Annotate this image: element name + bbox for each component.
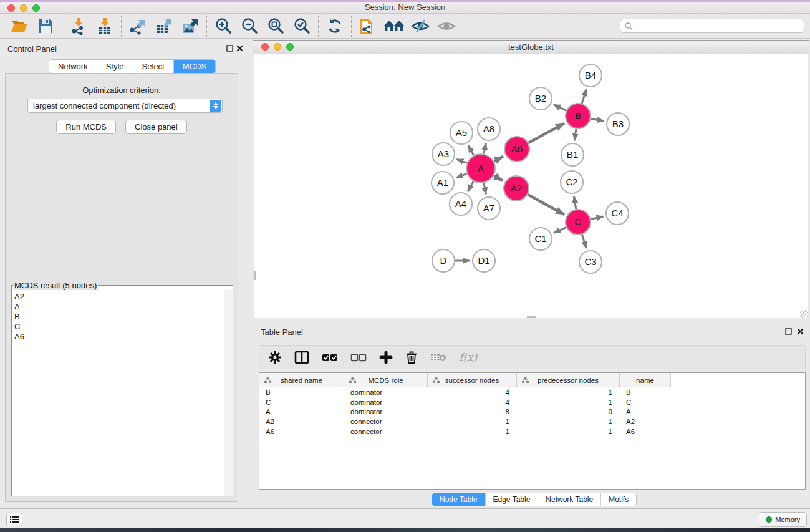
float-panel-icon[interactable] (226, 45, 234, 52)
node-C2[interactable]: C2 (561, 171, 583, 193)
split-view-button[interactable] (294, 351, 309, 364)
tab-select[interactable]: Select (133, 60, 174, 73)
show-all-button[interactable] (433, 15, 460, 37)
tab-style[interactable]: Style (97, 60, 133, 73)
column-header-predecessor-nodes[interactable]: predecessor nodes (517, 373, 620, 387)
cell-name[interactable]: A (620, 408, 671, 418)
search-input[interactable] (633, 21, 804, 32)
tab-edge-table[interactable]: Edge Table (486, 493, 539, 506)
select-all-columns-button[interactable] (322, 353, 338, 362)
edge-A-A7[interactable] (484, 183, 486, 195)
edge-C-C2[interactable] (574, 196, 576, 210)
node-A4[interactable]: A4 (450, 193, 472, 215)
cell-shared-name[interactable]: A6 (259, 428, 344, 438)
node-A3[interactable]: A3 (432, 143, 455, 165)
table-settings-button[interactable] (268, 351, 282, 364)
import-table-button[interactable] (92, 15, 118, 37)
edge-A2-C[interactable] (528, 195, 564, 215)
refresh-button[interactable] (322, 15, 348, 37)
node-A[interactable]: A (466, 154, 495, 183)
tab-network[interactable]: Network (49, 60, 97, 73)
network-canvas[interactable]: AA1A2A3A4A5A6A7A8BB1B2B3B4CC1C2C3C4DD1 (254, 54, 808, 318)
cell-predecessor-nodes[interactable]: 1 (517, 428, 620, 438)
cell-name[interactable]: C (620, 399, 671, 409)
result-item[interactable]: A6 (14, 332, 221, 342)
cell-name[interactable]: A2 (620, 418, 671, 428)
table-row[interactable]: A6connector11A6 (259, 428, 805, 438)
cell-shared-name[interactable]: C (259, 399, 344, 409)
function-builder-button[interactable]: f(x) (459, 351, 477, 364)
node-A8[interactable]: A8 (478, 118, 500, 140)
tab-mcds[interactable]: MCDS (174, 60, 215, 73)
export-image-button[interactable] (177, 15, 203, 37)
cell-shared-name[interactable]: B (259, 389, 344, 399)
node-B[interactable]: B (566, 104, 591, 128)
node-D[interactable]: D (432, 249, 455, 272)
cell-name[interactable]: A6 (620, 428, 671, 438)
delete-column-button[interactable] (405, 351, 418, 364)
node-C[interactable]: C (566, 210, 591, 235)
node-A2[interactable]: A2 (504, 176, 529, 201)
export-network-button[interactable] (125, 15, 151, 37)
float-table-panel-icon[interactable] (785, 328, 793, 336)
network-window-titlebar[interactable]: testGlobe.txt (253, 41, 809, 54)
node-A5[interactable]: A5 (450, 122, 473, 144)
node-B1[interactable]: B1 (561, 143, 584, 166)
edge-C-C3[interactable] (582, 235, 586, 248)
zoom-fit-button[interactable] (263, 15, 289, 37)
network-graph[interactable]: AA1A2A3A4A5A6A7A8BB1B2B3B4CC1C2C3C4DD1 (254, 54, 808, 319)
edge-A-A5[interactable] (468, 145, 474, 155)
node-A7[interactable]: A7 (478, 197, 500, 220)
table-row[interactable]: A2connector11A2 (259, 418, 805, 428)
edge-C-C4[interactable] (591, 216, 603, 219)
edge-B-B2[interactable] (554, 105, 566, 110)
cell-successor-nodes[interactable]: 1 (428, 428, 517, 438)
edge-B-B1[interactable] (574, 129, 576, 140)
zoom-selected-button[interactable] (289, 15, 315, 37)
window-resize-grip[interactable] (800, 310, 808, 318)
task-history-button[interactable] (6, 513, 22, 526)
cell-successor-nodes[interactable]: 8 (428, 408, 517, 418)
edge-B-B3[interactable] (591, 118, 604, 121)
tab-motifs[interactable]: Motifs (601, 493, 636, 506)
cell-predecessor-nodes[interactable]: 1 (517, 389, 620, 399)
edge-C-C1[interactable] (554, 228, 566, 233)
edge-A-A3[interactable] (456, 159, 466, 163)
tab-node-table[interactable]: Node Table (432, 493, 486, 506)
delete-table-button[interactable] (430, 352, 446, 362)
cell-MCDS-role[interactable]: dominator (344, 399, 428, 409)
column-header-name[interactable]: name (620, 373, 671, 387)
cell-MCDS-role[interactable]: connector (344, 428, 428, 438)
result-item[interactable]: B (14, 312, 221, 322)
run-mcds-button[interactable]: Run MCDS (56, 120, 116, 134)
mcds-result-list[interactable]: A2ABCA6 (12, 290, 224, 496)
edge-B-B4[interactable] (582, 89, 586, 104)
table-row[interactable]: Cdominator41C (259, 399, 805, 409)
cell-MCDS-role[interactable]: connector (344, 418, 428, 428)
result-item[interactable]: C (14, 322, 221, 332)
open-session-button[interactable] (6, 15, 32, 37)
zoom-in-button[interactable] (210, 15, 236, 37)
result-item[interactable]: A (14, 302, 221, 312)
cell-MCDS-role[interactable]: dominator (344, 389, 428, 399)
node-B2[interactable]: B2 (529, 87, 552, 110)
node-D1[interactable]: D1 (473, 249, 495, 272)
result-scrollbar[interactable] (224, 290, 233, 496)
hide-selected-button[interactable] (407, 15, 433, 37)
edge-A-A2[interactable] (494, 176, 503, 181)
node-C1[interactable]: C1 (529, 228, 552, 250)
edge-A6-B[interactable] (528, 123, 564, 143)
cell-shared-name[interactable]: A2 (259, 418, 344, 428)
close-panel-button[interactable]: Close panel (125, 120, 187, 134)
node-C3[interactable]: C3 (579, 251, 602, 273)
export-table-button[interactable] (151, 15, 177, 37)
table-row[interactable]: Bdominator41B (259, 389, 805, 399)
network-from-file-button[interactable] (355, 15, 381, 37)
toolbar-search[interactable] (620, 19, 804, 33)
edge-A-A4[interactable] (468, 181, 473, 191)
column-header-successor-nodes[interactable]: successor nodes (428, 373, 517, 387)
node-C4[interactable]: C4 (606, 202, 629, 225)
cell-successor-nodes[interactable]: 4 (428, 399, 517, 409)
node-B3[interactable]: B3 (607, 113, 629, 135)
save-session-button[interactable] (32, 15, 59, 37)
